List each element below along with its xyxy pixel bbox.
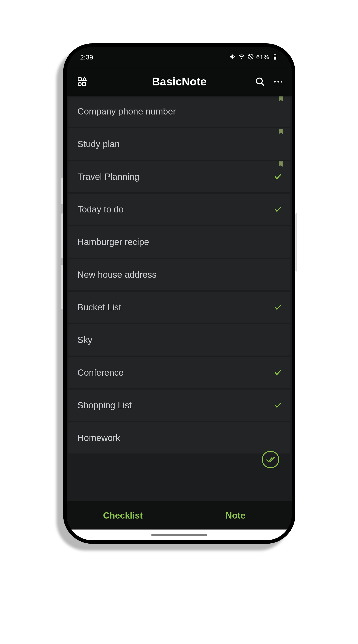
android-nav-bar xyxy=(67,530,292,540)
tab-note[interactable]: Note xyxy=(179,501,292,530)
note-title: Sky xyxy=(77,335,92,345)
svg-rect-8 xyxy=(83,82,86,86)
note-row[interactable]: Hamburger recipe xyxy=(69,226,290,258)
svg-point-7 xyxy=(78,82,81,86)
bookmark-icon xyxy=(277,96,284,103)
select-all-fab[interactable] xyxy=(262,451,279,468)
battery-icon xyxy=(272,53,278,62)
svg-line-1 xyxy=(249,55,252,58)
svg-point-9 xyxy=(256,78,262,84)
bottom-tabs: Checklist Note xyxy=(67,501,292,530)
note-row[interactable]: Bucket List xyxy=(69,292,290,323)
app-toolbar: BasicNote xyxy=(67,68,292,96)
note-row[interactable]: Company phone number xyxy=(69,96,290,127)
svg-rect-5 xyxy=(78,78,81,81)
note-row[interactable]: Today to do xyxy=(69,194,290,225)
note-title: Company phone number xyxy=(77,106,176,116)
phone-body: 2:39 61% xyxy=(63,44,295,544)
phone-frame: 2:39 61% xyxy=(63,44,295,544)
svg-rect-4 xyxy=(274,56,276,59)
tab-checklist[interactable]: Checklist xyxy=(67,501,179,530)
check-icon xyxy=(274,205,282,213)
note-row[interactable]: Homework xyxy=(69,422,290,454)
note-title: Shopping List xyxy=(77,400,132,410)
note-row[interactable]: Travel Planning xyxy=(69,161,290,192)
tab-checklist-label: Checklist xyxy=(103,510,143,520)
note-title: Travel Planning xyxy=(77,172,139,182)
svg-rect-3 xyxy=(274,54,276,54)
notes-list[interactable]: Company phone numberStudy planTravel Pla… xyxy=(67,96,292,501)
note-row[interactable]: Sky xyxy=(69,324,290,356)
check-icon xyxy=(274,303,282,311)
note-row[interactable]: Study plan xyxy=(69,128,290,160)
note-title: Homework xyxy=(77,433,120,443)
status-right: 61% xyxy=(229,53,278,62)
note-row[interactable]: Shopping List xyxy=(69,390,290,421)
check-icon xyxy=(274,173,282,181)
check-icon xyxy=(274,401,282,409)
note-title: Bucket List xyxy=(77,302,121,312)
wifi-icon xyxy=(238,53,245,62)
more-options-button[interactable] xyxy=(274,76,282,88)
note-title: Study plan xyxy=(77,139,120,149)
bookmark-icon xyxy=(277,160,284,168)
check-icon xyxy=(274,368,282,376)
tab-note-label: Note xyxy=(226,510,245,520)
search-button[interactable] xyxy=(254,76,266,88)
status-time: 2:39 xyxy=(80,54,93,61)
note-row[interactable]: Conference xyxy=(69,357,290,388)
screen: 2:39 61% xyxy=(67,47,292,540)
bookmark-icon xyxy=(277,128,284,136)
note-title: Conference xyxy=(77,368,124,378)
categories-button[interactable] xyxy=(76,76,88,88)
mute-icon xyxy=(229,53,236,62)
device-button-left-3 xyxy=(61,265,63,310)
note-title: New house address xyxy=(77,270,157,280)
note-row[interactable]: New house address xyxy=(69,259,290,290)
do-not-disturb-icon xyxy=(247,53,254,62)
device-button-left-1 xyxy=(61,178,63,204)
svg-line-10 xyxy=(261,83,264,86)
note-title: Today to do xyxy=(77,204,124,214)
note-title: Hamburger recipe xyxy=(77,237,149,247)
svg-marker-6 xyxy=(83,77,87,81)
nav-handle[interactable] xyxy=(151,534,207,536)
battery-percent: 61% xyxy=(256,54,269,61)
status-bar: 2:39 61% xyxy=(67,47,292,68)
device-button-right xyxy=(295,213,297,272)
device-button-left-2 xyxy=(61,213,63,258)
